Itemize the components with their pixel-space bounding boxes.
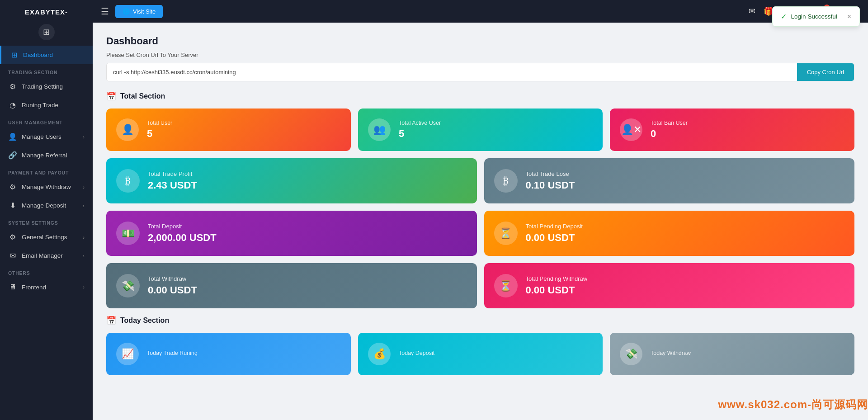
total-active-user-value: 5 <box>399 128 441 140</box>
avatar: ⊞ <box>38 24 55 40</box>
visit-site-button[interactable]: 🌐 Visit Site <box>115 5 163 18</box>
sidebar-arrow-frontend: › <box>83 284 85 290</box>
mail-icon[interactable]: ✉ <box>749 6 755 16</box>
today-trade-icon: 📈 <box>116 343 139 365</box>
sidebar-item-running-trade[interactable]: ◔Runing Trade <box>0 96 93 114</box>
today-deposit-card: 💰 Today Deposit <box>358 333 603 375</box>
total-active-user-info: Total Active User 5 <box>399 120 441 140</box>
trade-profit-label: Total Trade Profit <box>148 170 197 177</box>
withdraw-label: Total Withdraw <box>148 275 197 282</box>
sidebar-logo: EXABYTEX- <box>0 0 93 20</box>
sidebar-item-label-trading-setting: Trading Setting <box>22 83 63 90</box>
sidebar-item-general-settings[interactable]: ⚙General Settings› <box>0 228 93 246</box>
sidebar-section-label-payment-and-payout: PAYMENT AND PAYOUT <box>0 165 93 178</box>
total-active-user-label: Total Active User <box>399 120 441 126</box>
toast-close-button[interactable]: × <box>847 13 851 21</box>
sidebar-item-label-general-settings: General Settings <box>22 234 67 241</box>
pending-withdraw-label: Total Pending Withdraw <box>526 275 588 282</box>
toast: ✓ Login Successful × <box>772 6 860 27</box>
pending-deposit-label: Total Pending Deposit <box>526 223 583 230</box>
running-trade-icon: ◔ <box>8 101 17 109</box>
toast-message: Login Successful <box>791 13 837 20</box>
total-withdraw-card: 💸 Total Withdraw 0.00 USDT <box>106 263 477 308</box>
sidebar-item-manage-withdraw[interactable]: ⚙Manage Withdraw› <box>0 178 93 196</box>
trade-profit-icon: ₿ <box>116 169 140 193</box>
total-user-info: Total User 5 <box>147 120 172 140</box>
general-settings-icon: ⚙ <box>8 233 17 241</box>
today-trade-running-card: 📈 Today Trade Runing <box>106 333 351 375</box>
sidebar-item-label-running-trade: Runing Trade <box>22 102 58 109</box>
deposit-label: Total Deposit <box>148 223 217 230</box>
total-ban-user-icon: 👤✕ <box>620 118 642 141</box>
cron-input[interactable] <box>107 63 797 81</box>
pending-withdraw-info: Total Pending Withdraw 0.00 USDT <box>526 275 588 296</box>
deposit-icon: 💵 <box>116 222 140 245</box>
total-trade-profit-card: ₿ Total Trade Profit 2.43 USDT <box>106 158 477 203</box>
sidebar-item-label-email-manager: Email Manager <box>22 252 63 259</box>
total-ban-user-card: 👤✕ Total Ban User 0 <box>610 109 854 151</box>
sidebar-avatar-section: ⊞ <box>0 20 93 46</box>
email-manager-icon: ✉ <box>8 251 17 260</box>
sidebar-arrow-manage-deposit: › <box>83 203 85 208</box>
manage-users-icon: 👤 <box>8 132 17 141</box>
sidebar-section-label-trading-section: TRADING SECTION <box>0 64 93 77</box>
total-trade-lose-card: ₿ Total Trade Lose 0.10 USDT <box>484 158 855 203</box>
total-pending-withdraw-card: ⏳ Total Pending Withdraw 0.00 USDT <box>484 263 855 308</box>
hamburger-icon[interactable]: ☰ <box>101 6 109 17</box>
visit-site-icon: 🌐 <box>123 8 130 15</box>
sidebar-item-label-manage-deposit: Manage Deposit <box>22 202 66 209</box>
total-section-header: 📅 Total Section <box>106 91 854 101</box>
trade-lose-value: 0.10 USDT <box>526 179 575 191</box>
trade-lose-label: Total Trade Lose <box>526 170 575 177</box>
sidebar-item-frontend[interactable]: 🖥Frontend› <box>0 278 93 296</box>
sidebar-item-manage-referral[interactable]: 🔗Manage Referral <box>0 146 93 165</box>
sidebar-item-label-manage-withdraw: Manage Withdraw <box>22 184 71 190</box>
toast-check-icon: ✓ <box>781 12 787 21</box>
pending-withdraw-icon: ⏳ <box>494 274 518 297</box>
sidebar-item-label-manage-referral: Manage Referral <box>22 152 67 159</box>
topbar-left: ☰ 🌐 Visit Site <box>101 5 163 18</box>
total-user-value: 5 <box>147 128 172 140</box>
manage-withdraw-icon: ⚙ <box>8 183 17 191</box>
sidebar-arrow-email-manager: › <box>83 253 85 259</box>
sidebar-item-dashboard[interactable]: ⊞Dashboard <box>0 46 93 64</box>
deposit-cards-row: 💵 Total Deposit 2,000.00 USDT ⏳ Total Pe… <box>106 211 854 256</box>
trade-lose-icon: ₿ <box>494 169 518 193</box>
page-title: Dashboard <box>106 35 854 47</box>
topbar: ☰ 🌐 Visit Site ✉ 🎁 📄 📅 🔔 1 Afrikan ▾ <box>93 0 868 23</box>
today-cards-row: 📈 Today Trade Runing 💰 Today Deposit 💸 T… <box>106 333 854 375</box>
sidebar-nav: ⊞DashboardTRADING SECTION⚙Trading Settin… <box>0 46 93 296</box>
total-user-card: 👤 Total User 5 <box>106 109 351 151</box>
manage-referral-icon: 🔗 <box>8 151 17 160</box>
sidebar-item-manage-deposit[interactable]: ⬇Manage Deposit› <box>0 196 93 215</box>
trade-profit-value: 2.43 USDT <box>148 179 197 191</box>
trade-profit-info: Total Trade Profit 2.43 USDT <box>148 170 197 191</box>
sidebar-arrow-manage-users: › <box>83 134 85 140</box>
sidebar-section-label-user-management: USER MANAGEMENT <box>0 114 93 127</box>
sidebar-item-label-manage-users: Manage Users <box>22 133 61 140</box>
total-ban-user-label: Total Ban User <box>651 120 688 126</box>
logo-text: EXABYTEX- <box>25 8 68 16</box>
pending-deposit-info: Total Pending Deposit 0.00 USDT <box>526 223 583 244</box>
cron-notice: Please Set Cron Url To Your Server <box>106 52 854 58</box>
pending-deposit-icon: ⏳ <box>494 222 518 245</box>
visit-site-label: Visit Site <box>133 8 156 15</box>
sidebar-item-email-manager[interactable]: ✉Email Manager› <box>0 246 93 265</box>
total-user-label: Total User <box>147 120 172 126</box>
main-content: ☰ 🌐 Visit Site ✉ 🎁 📄 📅 🔔 1 Afrikan ▾ Das… <box>93 0 868 420</box>
pending-deposit-value: 0.00 USDT <box>526 232 583 244</box>
total-section-label: Total Section <box>120 92 165 100</box>
today-section-label: Today Section <box>120 316 169 325</box>
today-withdraw-card: 💸 Today Withdraw <box>610 333 854 375</box>
today-withdraw-label: Today Withdraw <box>651 350 691 356</box>
trading-setting-icon: ⚙ <box>8 82 17 91</box>
total-deposit-card: 💵 Total Deposit 2,000.00 USDT <box>106 211 477 256</box>
pending-withdraw-value: 0.00 USDT <box>526 284 588 296</box>
trade-cards-row: ₿ Total Trade Profit 2.43 USDT ₿ Total T… <box>106 158 854 203</box>
copy-cron-url-button[interactable]: Copy Cron Url <box>797 63 854 81</box>
sidebar-item-manage-users[interactable]: 👤Manage Users› <box>0 127 93 146</box>
sidebar-item-trading-setting[interactable]: ⚙Trading Setting <box>0 77 93 96</box>
deposit-info: Total Deposit 2,000.00 USDT <box>148 223 217 244</box>
sidebar-section-label-others: OTHERS <box>0 265 93 278</box>
total-ban-user-info: Total Ban User 0 <box>651 120 688 140</box>
